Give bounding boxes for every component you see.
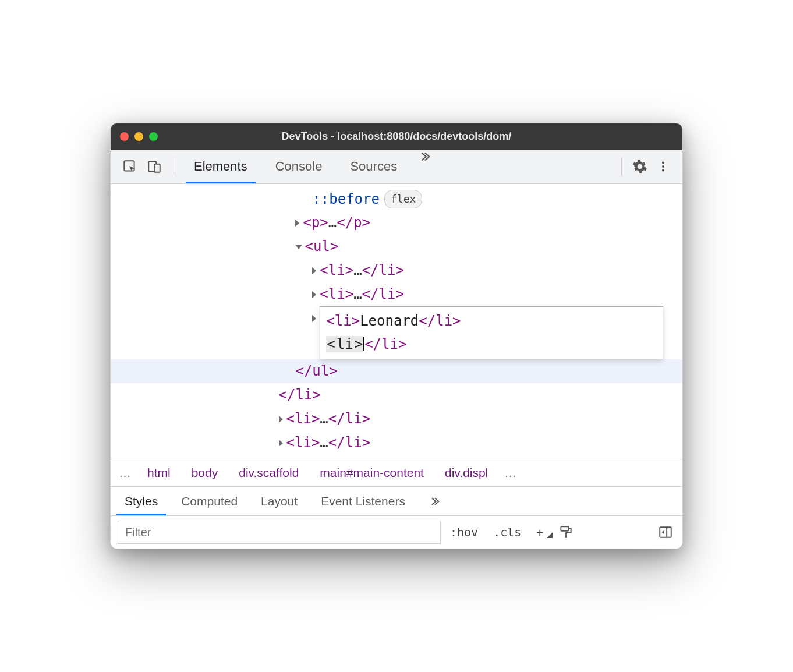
toolbar-divider-right: [621, 158, 622, 175]
window-title: DevTools - localhost:8080/docs/devtools/…: [111, 130, 682, 143]
breadcrumb-overflow-right[interactable]: …: [498, 466, 522, 480]
dom-node-li-2[interactable]: <li>…</li>: [111, 282, 682, 306]
new-style-rule-button[interactable]: +: [530, 525, 553, 539]
dom-node-li-editing[interactable]: <li>Leonard</li> <li></li>: [111, 306, 682, 360]
svg-rect-0: [124, 161, 134, 171]
maximize-window-button[interactable]: [149, 132, 158, 141]
svg-point-3: [662, 162, 664, 164]
subtab-computed[interactable]: Computed: [169, 487, 249, 515]
inspect-element-icon[interactable]: [119, 155, 141, 178]
traffic-lights: [120, 132, 158, 141]
styles-subtabs: Styles Computed Layout Event Listeners: [111, 487, 682, 516]
styles-toolbar: :hov .cls +: [111, 516, 682, 549]
breadcrumb-overflow-left[interactable]: …: [113, 466, 137, 480]
cls-toggle-button[interactable]: .cls: [487, 525, 527, 539]
titlebar: DevTools - localhost:8080/docs/devtools/…: [111, 123, 682, 150]
dom-node-li-1[interactable]: <li>…</li>: [111, 259, 682, 282]
crumb-main[interactable]: main#main-content: [309, 466, 434, 480]
more-tabs-icon[interactable]: [413, 150, 436, 183]
crumb-displ[interactable]: div.displ: [434, 466, 498, 480]
edit-as-html-box[interactable]: <li>Leonard</li> <li></li>: [320, 306, 663, 360]
dom-node-ul-close[interactable]: </ul>: [111, 359, 682, 383]
main-toolbar: Elements Console Sources: [111, 150, 682, 184]
styles-filter-input[interactable]: [118, 521, 441, 544]
toggle-computed-sidebar-icon[interactable]: [656, 522, 675, 542]
expand-arrow-icon[interactable]: [279, 416, 283, 423]
dom-node-li-4[interactable]: <li>…</li>: [111, 431, 682, 455]
hov-toggle-button[interactable]: :hov: [444, 525, 484, 539]
dom-breadcrumb: … html body div.scaffold main#main-conte…: [111, 459, 682, 487]
tab-console[interactable]: Console: [264, 150, 334, 183]
tab-sources[interactable]: Sources: [338, 150, 409, 183]
dom-node-ul-open[interactable]: <ul>: [111, 235, 682, 259]
crumb-html[interactable]: html: [137, 466, 181, 480]
kebab-menu-icon[interactable]: [652, 155, 674, 178]
elements-dom-tree[interactable]: ::beforeflex <p>…</p> <ul> <li>…</li> <l…: [111, 184, 682, 459]
tab-elements[interactable]: Elements: [182, 150, 259, 183]
close-window-button[interactable]: [120, 132, 129, 141]
flex-badge[interactable]: flex: [384, 190, 422, 209]
svg-rect-7: [565, 535, 567, 538]
dom-node-li-close-outer[interactable]: </li>: [111, 383, 682, 407]
svg-rect-2: [154, 164, 160, 172]
devtools-window: DevTools - localhost:8080/docs/devtools/…: [110, 123, 683, 550]
expand-arrow-icon[interactable]: [312, 291, 316, 298]
expand-arrow-icon[interactable]: [295, 220, 299, 227]
svg-point-5: [662, 169, 664, 172]
device-toolbar-icon[interactable]: [143, 155, 165, 178]
crumb-scaffold[interactable]: div.scaffold: [228, 466, 309, 480]
panel-tabs: Elements Console Sources: [182, 150, 436, 183]
toolbar-divider: [174, 158, 174, 175]
settings-gear-icon[interactable]: [629, 155, 651, 178]
svg-rect-6: [561, 527, 569, 532]
dom-node-li-3[interactable]: <li>…</li>: [111, 407, 682, 431]
svg-rect-8: [660, 528, 671, 537]
expand-arrow-icon[interactable]: [312, 315, 316, 322]
paint-tool-icon[interactable]: [556, 522, 576, 542]
dom-node-p[interactable]: <p>…</p>: [111, 211, 682, 235]
minimize-window-button[interactable]: [134, 132, 143, 141]
subtab-event-listeners[interactable]: Event Listeners: [309, 487, 417, 515]
more-subtabs-icon[interactable]: [417, 487, 452, 515]
crumb-body[interactable]: body: [181, 466, 229, 480]
collapse-arrow-icon[interactable]: [295, 245, 302, 249]
subtab-layout[interactable]: Layout: [249, 487, 309, 515]
svg-point-4: [662, 165, 664, 168]
expand-arrow-icon[interactable]: [279, 440, 283, 447]
subtab-styles[interactable]: Styles: [113, 487, 169, 515]
expand-arrow-icon[interactable]: [312, 267, 316, 274]
pseudo-before-line[interactable]: ::beforeflex: [111, 188, 682, 211]
